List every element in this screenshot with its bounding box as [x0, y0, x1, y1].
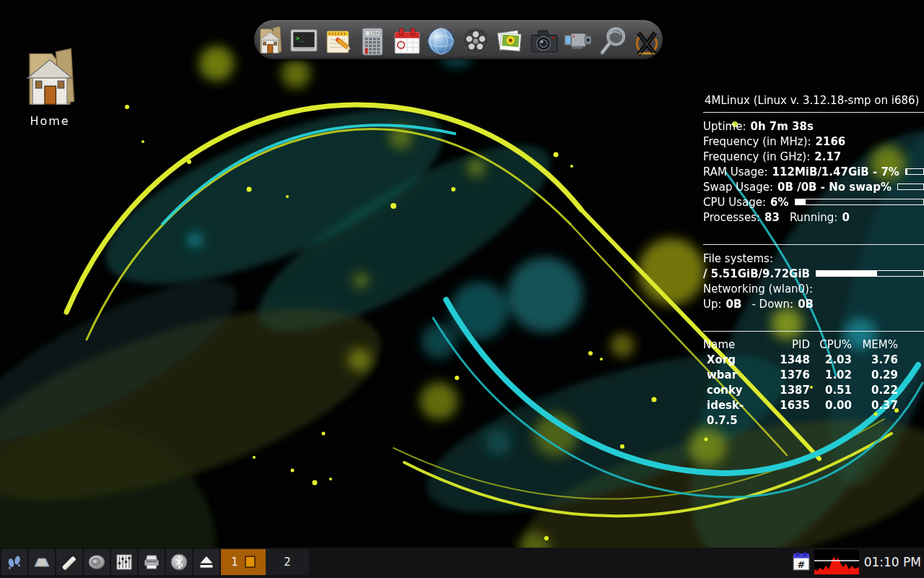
process-pid: 1348 [771, 353, 810, 368]
dock-item-camera[interactable] [528, 23, 560, 56]
conky-monitor: 4MLinux (Linux v. 3.12.18-smp on i686) U… [694, 93, 924, 428]
workspace-1[interactable]: 1 [221, 549, 266, 575]
taskbar-item-audio-mixer[interactable] [111, 549, 137, 575]
tray-calendar[interactable]: # [792, 552, 811, 572]
process-mem: 0.29 [852, 368, 898, 383]
process-mem: 3.76 [852, 353, 898, 368]
dock-item-movie-player[interactable] [460, 23, 492, 56]
swap-bar [897, 184, 924, 190]
cpu-load-graph [814, 550, 859, 574]
workspace-1-label: 1 [231, 556, 238, 569]
svg-text:1256: 1256 [369, 31, 379, 35]
dock-item-image-viewer[interactable] [494, 23, 526, 56]
dock-item-text-editor[interactable] [323, 23, 354, 56]
taskbar-item-chalk[interactable] [56, 549, 82, 575]
svg-text:>_: >_ [296, 34, 305, 42]
cpu-bar [795, 199, 924, 205]
conky-divider [703, 331, 924, 332]
workspace-2-label: 2 [284, 556, 291, 569]
desktop-icon-home[interactable]: Home [17, 45, 82, 128]
speaker-icon [87, 553, 106, 571]
clock: 01:10 PM [863, 555, 921, 569]
dock-item-terminal[interactable]: >_ [289, 23, 321, 56]
conky-updown: Up: 0B - Down: 0B [694, 296, 924, 311]
eject-icon [197, 553, 216, 571]
home-folder-icon [256, 25, 284, 56]
taskbar-item-footprints[interactable] [1, 549, 27, 575]
taskbar-item-bluetooth[interactable] [166, 549, 192, 575]
conky-freq-ghz: Frequency (in GHz): 2.17 [694, 149, 924, 164]
process-mem: 0.37 [852, 398, 898, 428]
process-cpu: 0.00 [810, 398, 852, 428]
conky-processes: Processes: 83 Running: 0 [694, 210, 924, 225]
desktop-icon-label: Home [17, 114, 82, 128]
system-tray: # 01:10 PM [792, 550, 924, 574]
taskbar-item-eject[interactable] [193, 549, 219, 575]
dock-item-camcorder[interactable] [563, 23, 595, 56]
magnifier-icon [598, 26, 628, 56]
taskbar-item-printer[interactable] [139, 549, 165, 575]
dock-item-home[interactable] [254, 23, 286, 56]
process-name: idesk-0.7.5 [703, 398, 771, 428]
conky-fs-root: / 5.51GiB/9.72GiB [694, 266, 924, 281]
conky-networking-label: Networking (wlan0): [694, 281, 924, 296]
text-editor-icon [323, 26, 354, 56]
conky-freq-mhz: Frequency (in MHz): 2166 [694, 134, 924, 149]
photos-icon [494, 26, 525, 56]
taskbar-item-volume[interactable] [84, 549, 110, 575]
ram-bar [905, 168, 924, 175]
svg-text:#: # [797, 558, 805, 569]
dock: >_ [254, 20, 663, 59]
conky-divider [703, 112, 924, 113]
chalk-icon [60, 553, 79, 571]
dock-item-web-browser[interactable] [426, 23, 458, 56]
process-cpu: 2.03 [810, 353, 852, 368]
process-name: Xorg [703, 353, 771, 368]
xorg-icon [632, 26, 662, 56]
dock-item-search[interactable] [597, 23, 629, 56]
camera-icon [529, 26, 559, 56]
workspace-2[interactable]: 2 [266, 549, 309, 575]
dock-item-calculator[interactable]: 1256 [357, 23, 389, 56]
conky-cpu: CPU Usage: 6% [694, 194, 924, 210]
touchpad-icon [32, 553, 51, 571]
conky-uptime: Uptime: 0h 7m 38s [694, 118, 924, 134]
bluetooth-icon [170, 553, 188, 571]
calculator-icon: 1256 [357, 26, 388, 56]
calendar-hash-icon: # [792, 552, 811, 572]
printer-icon [142, 553, 161, 571]
process-name: wbar [703, 368, 771, 383]
process-name: conky [703, 383, 771, 398]
calendar-icon [392, 26, 422, 56]
fs-bar [816, 270, 924, 277]
globe-icon [426, 26, 456, 56]
terminal-icon: >_ [289, 26, 319, 56]
process-pid: 1376 [771, 368, 810, 383]
process-cpu: 0.51 [810, 383, 852, 398]
process-pid: 1387 [771, 383, 810, 398]
footprints-icon [5, 553, 24, 571]
taskbar-item-touchpad[interactable] [29, 549, 55, 575]
desktop-screen: Home >_ [0, 0, 924, 578]
dock-item-calendar[interactable] [391, 23, 423, 56]
conky-swap: Swap Usage: 0B /0B - No swap% [694, 179, 924, 194]
process-mem: 0.22 [852, 383, 898, 398]
dock-item-xorg-games[interactable] [632, 23, 663, 56]
conky-filesystems-label: File systems: [694, 251, 924, 266]
conky-ram: RAM Usage: 112MiB/1.47GiB - 7% [694, 164, 924, 179]
workspace-1-window-thumb [245, 556, 256, 568]
film-reel-icon [461, 26, 491, 56]
process-cpu: 1.02 [810, 368, 852, 383]
conky-title: 4MLinux (Linux v. 3.12.18-smp on i686) [694, 93, 924, 108]
process-table: Name PID CPU% MEM% Xorg 1348 2.03 3.76 w… [703, 337, 898, 428]
mixer-icon [115, 553, 134, 571]
camcorder-icon [563, 26, 593, 56]
home-folder-icon [19, 45, 80, 111]
process-pid: 1635 [771, 398, 810, 428]
conky-divider [703, 244, 924, 245]
taskbar: 1 2 # 01:10 PM [0, 548, 924, 578]
